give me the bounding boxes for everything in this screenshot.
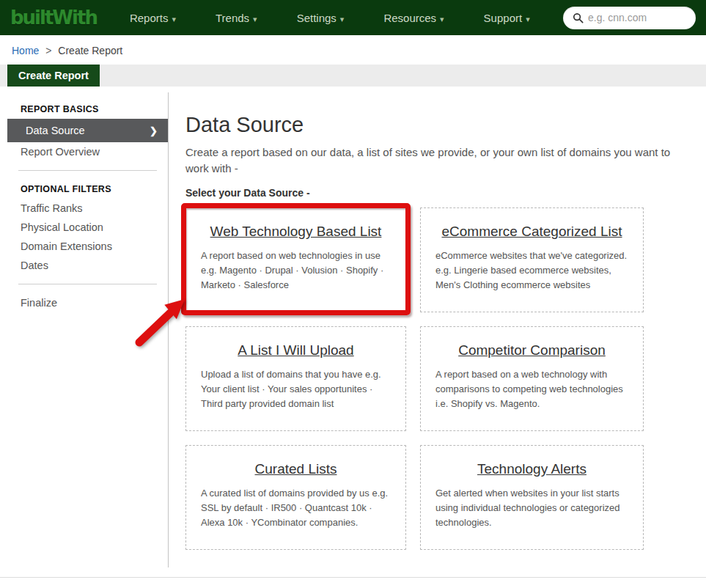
breadcrumb: Home > Create Report xyxy=(0,35,706,65)
nav-item-label: Trends xyxy=(216,12,249,24)
card-technology-alerts[interactable]: Technology Alerts Get alerted when websi… xyxy=(420,445,644,550)
sidebar-heading-report-basics: REPORT BASICS xyxy=(0,100,168,119)
card-title-link[interactable]: A List I Will Upload xyxy=(201,342,391,359)
card-description: Get alerted when websites in your list s… xyxy=(435,486,628,530)
card-title-link[interactable]: Web Technology Based List xyxy=(201,224,391,240)
steps-sidebar: REPORT BASICS Data Source ❯ Report Overv… xyxy=(0,92,169,567)
sidebar-item-domain-extensions[interactable]: Domain Extensions xyxy=(0,237,168,256)
card-title-link[interactable]: Competitor Comparison xyxy=(435,342,628,359)
sidebar-item-label: Data Source xyxy=(26,125,85,136)
chevron-down-icon: ▾ xyxy=(340,15,345,23)
card-curated-lists[interactable]: Curated Lists A curated list of domains … xyxy=(185,445,406,550)
card-web-technology-based-list[interactable]: Web Technology Based List A report based… xyxy=(185,207,406,312)
card-wrap-competitor-comparison: Competitor Comparison A report based on … xyxy=(420,326,644,431)
card-description: Upload a list of domains that you have e… xyxy=(201,367,391,411)
section-header-bar: Create Report xyxy=(0,65,706,87)
card-wrap-technology-alerts: Technology Alerts Get alerted when websi… xyxy=(420,445,644,550)
sidebar-item-report-overview[interactable]: Report Overview xyxy=(0,142,168,161)
card-description: A curated list of domains provided by us… xyxy=(201,486,391,530)
sidebar-heading-optional-filters: OPTIONAL FILTERS xyxy=(0,180,168,199)
sidebar-item-physical-location[interactable]: Physical Location xyxy=(0,218,168,237)
nav-menu: Reports▾ Trends▾ Settings▾ Resources▾ Su… xyxy=(110,12,550,24)
search-input[interactable] xyxy=(588,12,688,23)
search-icon xyxy=(573,12,584,23)
card-list-i-will-upload[interactable]: A List I Will Upload Upload a list of do… xyxy=(185,326,406,431)
nav-item-resources[interactable]: Resources▾ xyxy=(364,12,463,24)
card-description: A report based on a web technology with … xyxy=(435,367,628,411)
top-navbar: builtWith Reports▾ Trends▾ Settings▾ Res… xyxy=(0,0,706,35)
sidebar-item-dates[interactable]: Dates xyxy=(0,256,168,275)
card-wrap-web-technology-based-list: Web Technology Based List A report based… xyxy=(185,207,406,312)
create-report-tab: Create Report xyxy=(7,65,100,87)
page-description: Create a report based on our data, a lis… xyxy=(185,144,675,177)
card-description: A report based on web technologies in us… xyxy=(201,249,391,293)
nav-item-label: Settings xyxy=(297,12,337,24)
card-title-link[interactable]: eCommerce Categorized List xyxy=(435,224,628,240)
content-area: REPORT BASICS Data Source ❯ Report Overv… xyxy=(0,92,706,567)
builtwith-logo[interactable]: builtWith xyxy=(10,7,97,29)
nav-item-label: Resources xyxy=(383,12,436,24)
card-description: eCommerce websites that we've categorize… xyxy=(435,249,628,293)
chevron-down-icon: ▾ xyxy=(440,15,444,23)
card-title-link[interactable]: Technology Alerts xyxy=(435,461,628,477)
sidebar-item-finalize[interactable]: Finalize xyxy=(0,293,168,312)
main-panel: Data Source Create a report based on our… xyxy=(169,92,706,567)
chevron-down-icon: ▾ xyxy=(253,15,257,23)
chevron-down-icon: ▾ xyxy=(172,15,176,23)
sidebar-divider xyxy=(18,170,157,171)
breadcrumb-separator: > xyxy=(45,45,51,56)
nav-item-trends[interactable]: Trends▾ xyxy=(196,12,277,24)
data-source-cards-grid: Web Technology Based List A report based… xyxy=(185,207,691,550)
chevron-right-icon: ❯ xyxy=(150,125,158,136)
card-ecommerce-categorized-list[interactable]: eCommerce Categorized List eCommerce web… xyxy=(420,207,644,312)
card-wrap-list-i-will-upload: A List I Will Upload Upload a list of do… xyxy=(185,326,406,431)
select-data-source-label: Select your Data Source - xyxy=(185,187,691,199)
card-competitor-comparison[interactable]: Competitor Comparison A report based on … xyxy=(420,326,644,431)
nav-item-label: Support xyxy=(484,12,523,24)
breadcrumb-current: Create Report xyxy=(58,45,122,56)
nav-item-settings[interactable]: Settings▾ xyxy=(277,12,364,24)
breadcrumb-home-link[interactable]: Home xyxy=(12,45,39,56)
footer-divider xyxy=(0,577,706,578)
card-wrap-curated-lists: Curated Lists A curated list of domains … xyxy=(185,445,406,550)
sidebar-item-traffic-ranks[interactable]: Traffic Ranks xyxy=(0,199,168,218)
page-title: Data Source xyxy=(185,113,691,137)
domain-search-box xyxy=(563,7,696,29)
card-title-link[interactable]: Curated Lists xyxy=(201,461,391,477)
page: builtWith Reports▾ Trends▾ Settings▾ Res… xyxy=(0,0,706,588)
nav-item-reports[interactable]: Reports▾ xyxy=(110,12,196,24)
nav-item-support[interactable]: Support▾ xyxy=(464,12,550,24)
sidebar-item-data-source[interactable]: Data Source ❯ xyxy=(7,119,168,142)
chevron-down-icon: ▾ xyxy=(526,15,530,23)
sidebar-divider xyxy=(18,284,157,284)
nav-item-label: Reports xyxy=(130,12,169,24)
card-wrap-ecommerce-categorized-list: eCommerce Categorized List eCommerce web… xyxy=(420,207,644,312)
